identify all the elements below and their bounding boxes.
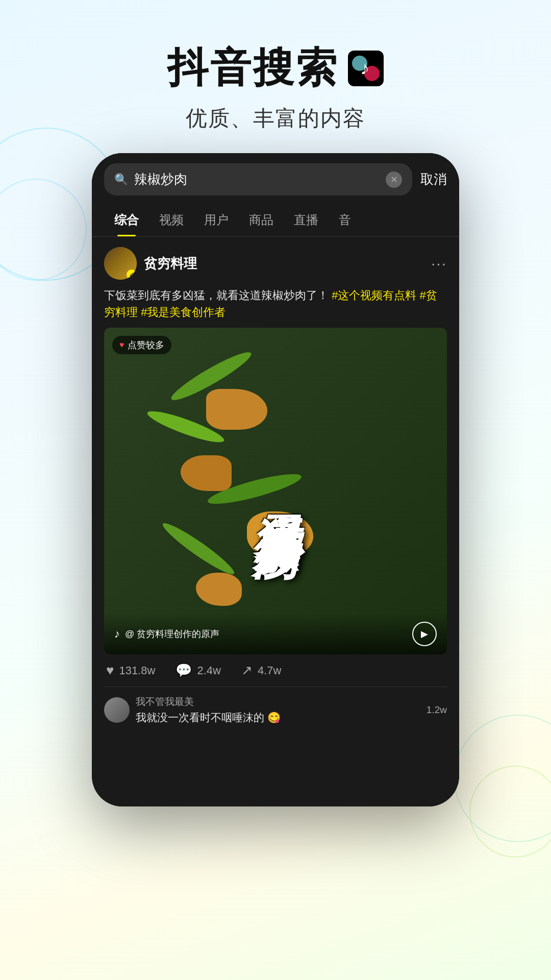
comment-username: 我不管我最美 [136, 695, 420, 708]
heart-icon: ♥ [119, 340, 124, 350]
comment-icon: 💬 [176, 663, 192, 678]
content-area: ✓ 贫穷料理 ··· 下饭菜到底有多凶猛，就看这道辣椒炒肉了！ #这个视频有点料… [92, 237, 459, 735]
music-note-icon: ♪ [360, 58, 371, 79]
comment-content: 我不管我最美 我就没一次看时不咽唾沫的 😋 [136, 695, 420, 725]
phone-mockup: 🔍 辣椒炒肉 ✕ 取消 综合 视频 用户 商品 直播 音 ✓ [92, 153, 459, 806]
post-description: 下饭菜到底有多凶猛，就看这道辣椒炒肉了！ #这个视频有点料 #贫穷料理 #我是美… [104, 287, 447, 321]
clear-button[interactable]: ✕ [386, 172, 402, 188]
search-icon: 🔍 [114, 173, 128, 186]
stats-bar: ♥ 131.8w 💬 2.4w ↗ 4.7w [104, 654, 447, 687]
shares-stat[interactable]: ↗ 4.7w [241, 663, 281, 678]
hot-badge: ♥ 点赞较多 [112, 336, 171, 354]
username: 贫穷料理 [144, 255, 197, 273]
search-input-box[interactable]: 🔍 辣椒炒肉 ✕ [104, 163, 412, 195]
play-button[interactable]: ▶ [412, 622, 437, 646]
likes-count: 131.8w [119, 664, 155, 677]
comments-stat[interactable]: 💬 2.4w [176, 663, 220, 678]
audio-info: ♪ @ 贫穷料理创作的原声 [114, 627, 219, 641]
audio-text: @ 贫穷料理创作的原声 [125, 628, 219, 640]
audio-bar: ♪ @ 贫穷料理创作的原声 ▶ [104, 614, 447, 654]
app-title: 抖音搜索 ♪ [0, 41, 551, 96]
music-note-icon: ♪ [114, 627, 120, 641]
video-thumbnail[interactable]: 勇猛辣椒炒肉 ♥ 点赞较多 ♪ @ 贫穷料理创作的原声 ▶ [104, 328, 447, 654]
hot-badge-text: 点赞较多 [128, 339, 164, 351]
heart-icon: ♥ [106, 663, 114, 678]
comment-preview: 我不管我最美 我就没一次看时不咽唾沫的 😋 1.2w [104, 687, 447, 725]
tiktok-logo-icon: ♪ [348, 51, 384, 86]
post-hashtag-1[interactable]: #这个视频有点料 [332, 289, 419, 302]
cancel-button[interactable]: 取消 [420, 170, 447, 188]
likes-stat[interactable]: ♥ 131.8w [106, 663, 155, 678]
share-icon: ↗ [241, 663, 253, 678]
more-options-button[interactable]: ··· [431, 255, 447, 272]
post-hashtag-3[interactable]: #我是美食创作者 [141, 306, 226, 318]
search-bar-area: 🔍 辣椒炒肉 ✕ 取消 [92, 153, 459, 204]
shares-count: 4.7w [258, 664, 281, 677]
comment-count: 1.2w [427, 704, 447, 716]
tab-商品[interactable]: 商品 [239, 204, 284, 236]
header: 抖音搜索 ♪ 优质、丰富的内容 [0, 0, 551, 153]
video-title-text: 勇猛辣椒炒肉 [240, 479, 311, 503]
tabs-bar: 综合 视频 用户 商品 直播 音 [92, 204, 459, 237]
comment-avatar [104, 697, 130, 723]
tab-音[interactable]: 音 [329, 204, 361, 236]
tab-综合[interactable]: 综合 [104, 204, 149, 236]
verified-badge: ✓ [127, 270, 137, 280]
tab-直播[interactable]: 直播 [284, 204, 329, 236]
tab-视频[interactable]: 视频 [149, 204, 194, 236]
post-header: ✓ 贫穷料理 ··· [104, 247, 447, 280]
post-user: ✓ 贫穷料理 [104, 247, 197, 280]
phone-container: 🔍 辣椒炒肉 ✕ 取消 综合 视频 用户 商品 直播 音 ✓ [0, 153, 551, 806]
search-query-text: 辣椒炒肉 [134, 170, 380, 188]
video-text-overlay: 勇猛辣椒炒肉 [104, 328, 447, 654]
tab-用户[interactable]: 用户 [194, 204, 239, 236]
post-main-text: 下饭菜到底有多凶猛，就看这道辣椒炒肉了！ [104, 289, 329, 302]
comment-text: 我就没一次看时不咽唾沫的 😋 [136, 710, 420, 725]
avatar: ✓ [104, 247, 137, 280]
header-subtitle: 优质、丰富的内容 [0, 104, 551, 133]
title-text: 抖音搜索 [167, 41, 339, 96]
comments-count: 2.4w [197, 664, 220, 677]
